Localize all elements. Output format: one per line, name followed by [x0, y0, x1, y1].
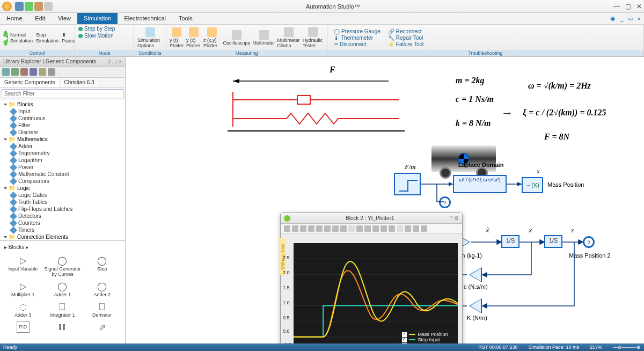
- tree-group-logic[interactable]: 📁 Logic: [0, 185, 125, 192]
- tree-item[interactable]: Power: [0, 164, 125, 171]
- search-input[interactable]: [2, 89, 123, 98]
- pressure-gauge-button[interactable]: ◯ Pressure Gauge: [334, 28, 380, 34]
- minimize-button[interactable]: —: [613, 3, 620, 10]
- normal-simulation-button[interactable]: Normal Simulation: [10, 32, 33, 44]
- tree-group-blocks[interactable]: 📁 Blocks: [0, 101, 125, 108]
- eq-omega: ω = √(k/m) = 2Hz: [528, 81, 591, 91]
- palette-item[interactable]: ▷Input Variable: [4, 254, 42, 277]
- qat-redo-icon[interactable]: [34, 2, 43, 11]
- plotter-window[interactable]: Block 2 : Yt_Plotter1 ? ⚙ Without Unit: [280, 213, 463, 343]
- panel-tab-project[interactable]: Christian 6.3: [60, 78, 99, 87]
- qat-save-icon[interactable]: [15, 2, 24, 11]
- close-button[interactable]: ✕: [636, 3, 642, 10]
- help-icon[interactable]: ◉: [610, 15, 616, 22]
- tab-tools[interactable]: Tools: [172, 13, 199, 24]
- maximize-button[interactable]: ▢: [625, 3, 631, 10]
- yx-plotter-button[interactable]: y (x) Plotter: [186, 27, 201, 48]
- step-block[interactable]: [394, 173, 421, 195]
- library-explorer-panel: Library Explorer | Generic Components ⚲ …: [0, 57, 126, 343]
- pause-button[interactable]: ⏸ Pause: [62, 32, 76, 44]
- repair-tool-button[interactable]: 🔧 Repair Tool: [388, 35, 424, 41]
- tree-group-connection[interactable]: 📁 Connection Elements: [0, 233, 125, 240]
- yt-plotter-button[interactable]: y (t) Plotter: [170, 27, 184, 48]
- tab-home[interactable]: Home: [0, 13, 28, 24]
- window-min-icon[interactable]: _: [620, 16, 623, 22]
- step-by-step-button[interactable]: Step by Step: [78, 26, 115, 32]
- tree-item[interactable]: Flip-Flops and Latches: [0, 206, 125, 213]
- palette-item[interactable]: ◌Adder 3: [4, 301, 42, 318]
- tree-item[interactable]: Filter: [0, 122, 125, 129]
- window-restore-icon[interactable]: ▭: [628, 15, 633, 22]
- panel-toolbar[interactable]: [0, 67, 125, 78]
- palette-item[interactable]: ⬀: [83, 321, 121, 338]
- qat-undo-icon[interactable]: [25, 2, 33, 11]
- plot-legend[interactable]: Mass Position Step Input Mass Position 2: [399, 330, 455, 343]
- palette-item[interactable]: ⎕Integrator 1: [44, 301, 82, 318]
- tab-simulation[interactable]: Simulation: [77, 13, 118, 24]
- reconnect-button[interactable]: 🔗 Reconnect: [388, 28, 424, 34]
- plot-area[interactable]: 2.5 2.0 1.5 1.0 0.5 0.0 -0.5: [294, 243, 458, 343]
- tree-item[interactable]: Logarithm: [0, 157, 125, 164]
- slow-motion-button[interactable]: Slow Motion: [78, 33, 113, 39]
- tree-item[interactable]: Counters: [0, 220, 125, 226]
- palette-item[interactable]: ◯Step: [83, 254, 121, 277]
- disconnect-button[interactable]: ✂ Disconnect: [334, 41, 380, 47]
- palette-item[interactable]: ◯Signal Generator by Curves: [44, 254, 82, 277]
- palette-item[interactable]: ⫿⫿: [44, 321, 82, 338]
- failure-tool-button[interactable]: ⚡ Failure Tool: [388, 41, 424, 47]
- tree-item[interactable]: Logic Gates: [0, 192, 125, 199]
- simulation-options-button[interactable]: Simulation Options: [137, 27, 163, 48]
- mass-cart: [431, 145, 496, 172]
- palette-item[interactable]: PIDPID: [4, 321, 42, 338]
- eq-k: k = 8 N/m: [456, 119, 491, 128]
- palette-item[interactable]: ▷Multiplier 1: [4, 280, 42, 297]
- tree-item[interactable]: Timers: [0, 226, 125, 233]
- tab-edit[interactable]: Edit: [28, 13, 52, 24]
- tree-item[interactable]: Input: [0, 108, 125, 115]
- palette-item[interactable]: ◯Adder 1: [44, 280, 82, 297]
- arrow-icon: →: [501, 106, 513, 120]
- tree-item[interactable]: Adder: [0, 143, 125, 150]
- tree-group-math[interactable]: 📁 Mathematics: [0, 136, 125, 143]
- tree-item[interactable]: Continuous: [0, 115, 125, 122]
- oscilloscope-button[interactable]: Oscilloscope: [223, 30, 250, 46]
- group-control-label: Control: [0, 50, 75, 56]
- component-tree[interactable]: 📁 Blocks Input Continuous Filter Discret…: [0, 100, 125, 240]
- palette-breadcrumb[interactable]: ▸ Blocks ▸: [2, 243, 123, 251]
- tree-item[interactable]: Detectors: [0, 213, 125, 220]
- zxy-plotter-button[interactable]: z (x,y) Plotter: [203, 27, 221, 48]
- panel-controls[interactable]: ⚲ ⬚ ×: [107, 58, 122, 64]
- hydraulic-tester-button[interactable]: Hydraulic Tester: [303, 27, 324, 48]
- app-title: Automation Studio™: [53, 3, 613, 10]
- thermometer-button[interactable]: 🌡 Thermometer: [334, 35, 380, 41]
- diagram-canvas[interactable]: F m = 2kg c = 1 Ns/m k = 8 N/m → ω = √(k…: [126, 57, 644, 343]
- ytick: 2.5: [283, 255, 290, 260]
- palette-item[interactable]: ◯Adder 2: [83, 280, 121, 297]
- group-mode-label: Mode: [75, 50, 134, 56]
- plotter-settings-icon[interactable]: ⚙: [454, 215, 459, 221]
- svg-marker-23: [482, 273, 487, 277]
- plotter-help-icon[interactable]: ?: [450, 215, 454, 221]
- panel-title: Library Explorer | Generic Components: [3, 58, 96, 64]
- zoom-slider[interactable]: —⊖———⊕: [613, 345, 641, 350]
- plotter-run-icon[interactable]: [284, 215, 290, 222]
- tree-item[interactable]: Trigonometry: [0, 150, 125, 157]
- multimeter-button[interactable]: Multimeter: [253, 30, 275, 46]
- multimeter-clamp-button[interactable]: Multimeter Clamp: [277, 27, 301, 48]
- tree-item[interactable]: Comparators: [0, 178, 125, 185]
- tree-item[interactable]: Mathematic Constant: [0, 171, 125, 178]
- plotter-toolbar[interactable]: [281, 224, 462, 234]
- tab-electrotechnical[interactable]: Electrotechnical: [118, 13, 172, 24]
- status-zoom[interactable]: 217%: [590, 345, 602, 350]
- tab-view[interactable]: View: [52, 13, 77, 24]
- play-button[interactable]: ▶: [3, 31, 8, 46]
- quick-access-toolbar[interactable]: [15, 2, 53, 11]
- window-close-icon[interactable]: ×: [638, 16, 641, 22]
- tree-item[interactable]: Discrete: [0, 129, 125, 136]
- stop-simulation-button[interactable]: Stop Simulation: [36, 32, 58, 44]
- panel-tab-generic[interactable]: Generic Components: [0, 78, 60, 87]
- palette-item[interactable]: ⎕Derivator: [83, 301, 121, 318]
- qat-more-icon[interactable]: [44, 2, 53, 11]
- tree-item[interactable]: Truth Tables: [0, 199, 125, 206]
- svg-marker-20: [540, 240, 544, 244]
